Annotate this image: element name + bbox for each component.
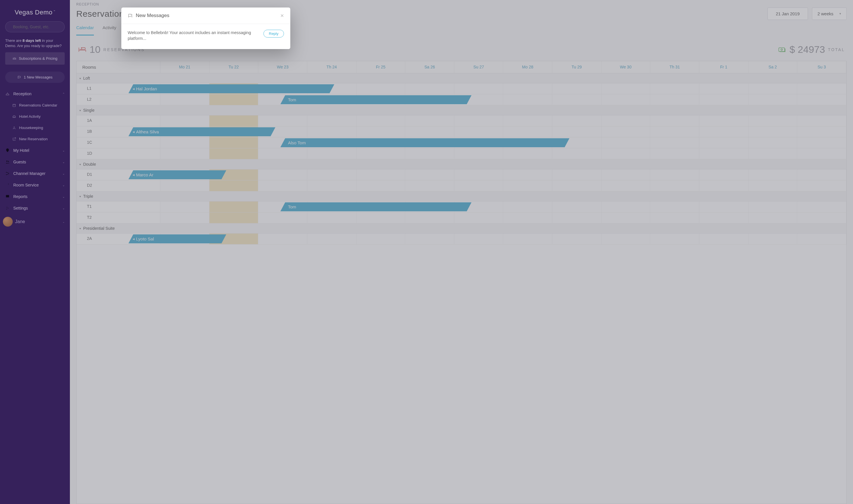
chevron-down-icon: ⌄ [63,195,65,198]
new-messages-modal: New Messages ✕ Welcome to Bellebnb! Your… [121,7,290,49]
reply-button[interactable]: Reply [263,30,284,37]
subscriptions-button[interactable]: Subscriptions & Pricing [5,52,65,65]
search-input[interactable] [13,24,64,29]
sparkle-icon [12,126,16,130]
external-link-icon [12,137,16,141]
inbox-icon [12,114,16,119]
crown-icon [13,57,16,60]
nav: Reception⌃ Reservations Calendar Hotel A… [0,88,70,504]
chevron-down-icon: ⌄ [63,161,65,164]
chevron-down-icon: ⌄ [63,149,65,152]
search-box[interactable] [5,21,65,32]
calendar-icon [12,103,16,107]
svg-point-6 [8,161,9,162]
nav-channel-manager[interactable]: Channel Manager⌄ [0,168,70,179]
svg-point-4 [7,149,8,150]
chevron-up-icon: ⌃ [63,92,65,95]
svg-point-7 [6,172,7,173]
svg-point-14 [7,207,7,208]
chat-icon [128,13,133,18]
svg-point-5 [6,161,7,162]
avatar [3,217,13,227]
user-name: Jane [15,219,25,224]
sliders-icon [5,206,10,211]
close-icon[interactable]: ✕ [280,13,284,18]
modal-body-text: Welcome to Bellebnb! Your account includ… [128,30,258,41]
nav-my-hotel[interactable]: My Hotel⌄ [0,145,70,156]
svg-point-15 [8,208,8,209]
main: RECEPTION Reservations 21 Jan 2019 2 wee… [70,0,853,504]
svg-rect-2 [13,104,15,107]
pin-icon [5,148,10,153]
nav-hotel-activity[interactable]: Hotel Activity [0,111,70,122]
nav-reservations-calendar[interactable]: Reservations Calendar [0,100,70,111]
chevron-down-icon: ⌄ [63,207,65,210]
nav-reception[interactable]: Reception⌃ [0,88,70,100]
chevron-down-icon: ⌄ [63,220,65,223]
demo-note: There are 8 days left in your Demo. Are … [0,38,70,48]
chevron-down-icon: ⌄ [63,172,65,175]
svg-point-9 [8,173,9,174]
presentation-icon [5,194,10,199]
nav-guests[interactable]: Guests⌄ [0,156,70,168]
user-menu[interactable]: Jane ⌄ [0,214,70,231]
sidebar: Vegas Demo There are 8 days left in your… [0,0,70,504]
nav-room-service[interactable]: Room Service⌄ [0,179,70,191]
chat-icon [17,75,21,79]
svg-point-8 [6,174,7,175]
chevron-down-icon: ⌄ [63,184,65,187]
svg-rect-10 [6,195,9,197]
nav-housekeeping[interactable]: Housekeeping [0,122,70,133]
nav-new-reservation[interactable]: New Reservation [0,133,70,145]
nav-settings[interactable]: Settings⌄ [0,202,70,214]
people-icon [5,160,10,164]
svg-point-16 [6,209,7,209]
branch-icon [5,171,10,176]
bell-icon [5,91,10,96]
hotel-switcher[interactable]: Vegas Demo [0,3,70,21]
new-messages-button[interactable]: 1 New Messages [5,72,65,83]
nav-reports[interactable]: Reports⌄ [0,191,70,202]
modal-overlay[interactable] [70,0,853,504]
utensils-icon [5,183,10,187]
modal-title: New Messages [136,13,169,18]
